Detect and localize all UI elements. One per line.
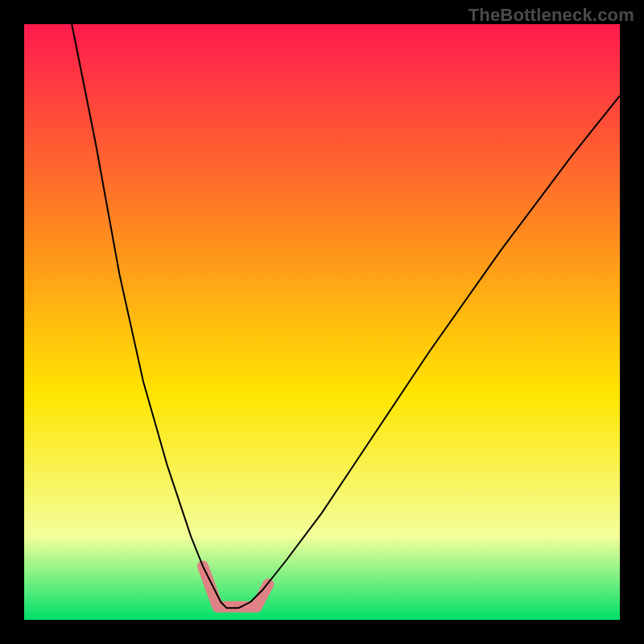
chart-svg [24, 24, 620, 620]
plot-area [24, 24, 620, 620]
chart-frame: TheBottleneck.com [0, 0, 644, 644]
optimal-marker-right [257, 584, 269, 607]
bottleneck-curve [72, 24, 620, 608]
watermark-text: TheBottleneck.com [469, 5, 634, 26]
